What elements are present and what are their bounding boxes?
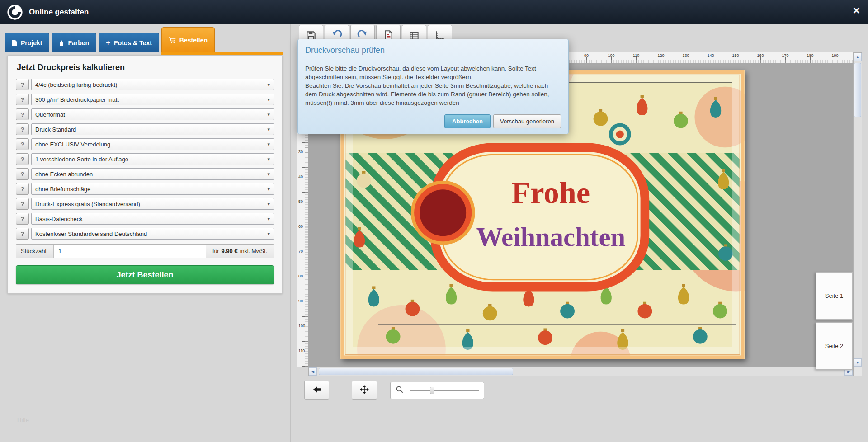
tab-bestellen[interactable]: Bestellen [161, 27, 215, 52]
scroll-up-button[interactable]: ▲ [854, 53, 862, 61]
design-headline-2: Weihnachten [476, 222, 626, 252]
scroll-down-button[interactable]: ▼ [854, 358, 862, 367]
help-button[interactable]: ? [16, 108, 29, 120]
magnifier-icon [395, 385, 404, 396]
help-button[interactable]: ? [16, 94, 29, 105]
ruler-number: 140 [707, 53, 714, 58]
tab-label: Fotos & Text [114, 39, 152, 47]
horizontal-scrollbar[interactable]: ◀ ▶ [308, 367, 853, 376]
option-select[interactable]: 4/4c (beidseitig farbig bedruckt)▾ [31, 79, 274, 90]
help-button[interactable]: ? [16, 123, 29, 135]
price-value: 9.90 € [222, 248, 238, 254]
ruler-number: 110 [298, 348, 305, 353]
help-button[interactable]: ? [16, 168, 29, 180]
option-row: ?Kostenloser Standardversand Deutschland… [16, 228, 274, 240]
caret-down-icon: ▾ [267, 112, 270, 118]
back-arrow-icon [312, 385, 322, 396]
page-thumb-seite-1[interactable]: Seite 1 [816, 272, 853, 320]
close-button[interactable]: × [853, 5, 860, 16]
ruler-number: 110 [633, 53, 639, 58]
option-row: ?ohne EXCLUSIV Veredelung▾ [16, 138, 274, 150]
header-bar: Online gestalten × [0, 0, 868, 24]
option-row: ?1 verschiedene Sorte in der Auflage▾ [16, 153, 274, 165]
help-button[interactable]: ? [16, 79, 29, 90]
tab-bar: Projekt Farben + Fotos & Text Bestellen [5, 30, 215, 52]
help-button[interactable]: ? [16, 138, 29, 150]
option-select[interactable]: 300 g/m² Bilderdruckpapier matt▾ [31, 94, 274, 105]
caret-down-icon: ▾ [267, 141, 270, 147]
tab-projekt[interactable]: Projekt [5, 33, 49, 52]
option-select[interactable]: Druck Standard▾ [31, 123, 274, 135]
dialog-body: Prüfen Sie bitte die Druckvorschau, da d… [305, 64, 561, 107]
tab-farben[interactable]: Farben [52, 33, 96, 52]
print-preview-dialog: Druckvorschau prüfen Prüfen Sie bitte di… [297, 39, 569, 134]
quantity-label: Stückzahl [16, 245, 54, 258]
option-select[interactable]: ohne Briefumschläge▾ [31, 183, 274, 195]
expand-arrows-icon [359, 384, 370, 396]
active-tab-underline [161, 52, 283, 55]
option-value: 4/4c (beidseitig farbig bedruckt) [35, 81, 264, 88]
ruler-number: 150 [732, 53, 739, 58]
ruler-number: 130 [682, 53, 689, 58]
quantity-group: Stückzahl für 9.90 € inkl. MwSt. [16, 244, 274, 258]
generate-preview-button[interactable]: Vorschau generieren [493, 114, 561, 128]
dialog-text-2: Beachten Sie: Die Vorschau beinhaltet an… [305, 81, 561, 107]
vertical-scroll-thumb[interactable] [854, 63, 861, 117]
help-button[interactable]: ? [16, 228, 29, 240]
ruler-number: 170 [782, 53, 788, 58]
cancel-button[interactable]: Abbrechen [444, 114, 491, 128]
help-button[interactable]: ? [16, 153, 29, 165]
back-button[interactable] [304, 381, 329, 400]
option-row: ?4/4c (beidseitig farbig bedruckt)▾ [16, 79, 274, 90]
option-select[interactable]: ohne EXCLUSIV Veredelung▾ [31, 138, 274, 150]
price-suffix: inkl. MwSt. [240, 248, 267, 254]
fit-to-screen-button[interactable] [352, 381, 377, 400]
zoom-slider[interactable] [410, 390, 479, 391]
caret-down-icon: ▾ [267, 82, 270, 88]
ruler-number: 40 [298, 174, 303, 179]
dialog-title: Druckvorschau prüfen [305, 46, 561, 55]
help-button[interactable]: ? [16, 198, 29, 210]
tab-fotos-text[interactable]: + Fotos & Text [99, 33, 159, 52]
help-button[interactable]: ? [16, 183, 29, 195]
ruler-number: 70 [298, 249, 303, 254]
option-value: 1 verschiedene Sorte in der Auflage [35, 156, 264, 163]
help-link[interactable]: Hilfe [17, 417, 29, 423]
ruler-number: 100 [608, 53, 614, 58]
cart-icon [169, 37, 176, 43]
scrollbar-corner [853, 367, 862, 376]
arrow-up-icon: ▲ [856, 55, 859, 59]
app-window: Online gestalten × Projekt Farben + Foto… [0, 0, 868, 442]
option-row: ?ohne Ecken abrunden▾ [16, 168, 274, 180]
option-select[interactable]: Kostenloser Standardversand Deutschland▾ [31, 228, 274, 240]
option-value: Basis-Datencheck [35, 216, 264, 222]
ruler-number: 100 [298, 324, 305, 328]
paint-drop-icon [59, 40, 64, 46]
panel-divider [290, 24, 291, 442]
scroll-left-button[interactable]: ◀ [309, 367, 317, 376]
ruler-number: 50 [298, 199, 303, 204]
option-select[interactable]: 1 verschiedene Sorte in der Auflage▾ [31, 153, 274, 165]
ruler-number: 180 [807, 53, 813, 58]
option-row: ?ohne Briefumschläge▾ [16, 183, 274, 195]
horizontal-scroll-thumb[interactable] [319, 368, 513, 375]
option-select[interactable]: Basis-Datencheck▾ [31, 213, 274, 225]
option-select[interactable]: ohne Ecken abrunden▾ [31, 168, 274, 180]
option-row: ?Druck Standard▾ [16, 123, 274, 135]
option-value: ohne EXCLUSIV Veredelung [35, 141, 264, 148]
caret-down-icon: ▾ [267, 231, 270, 237]
design-headline-1: Frohe [511, 175, 590, 210]
option-select[interactable]: Querformat▾ [31, 108, 274, 120]
ruler-number: 90 [584, 53, 589, 58]
page-thumb-seite-2[interactable]: Seite 2 [816, 322, 853, 370]
app-title: Online gestalten [29, 8, 89, 17]
option-select[interactable]: Druck-Express gratis (Standardversand)▾ [31, 198, 274, 210]
help-button[interactable]: ? [16, 213, 29, 225]
zoom-slider-thumb[interactable] [430, 387, 434, 394]
order-now-button[interactable]: Jetzt Bestellen [16, 265, 274, 284]
dialog-buttons: Abbrechen Vorschau generieren [305, 114, 561, 128]
caret-down-icon: ▾ [267, 127, 270, 132]
vertical-scrollbar[interactable]: ▲ ▼ [853, 52, 862, 367]
tab-label: Bestellen [179, 37, 208, 44]
quantity-input[interactable] [54, 245, 206, 258]
